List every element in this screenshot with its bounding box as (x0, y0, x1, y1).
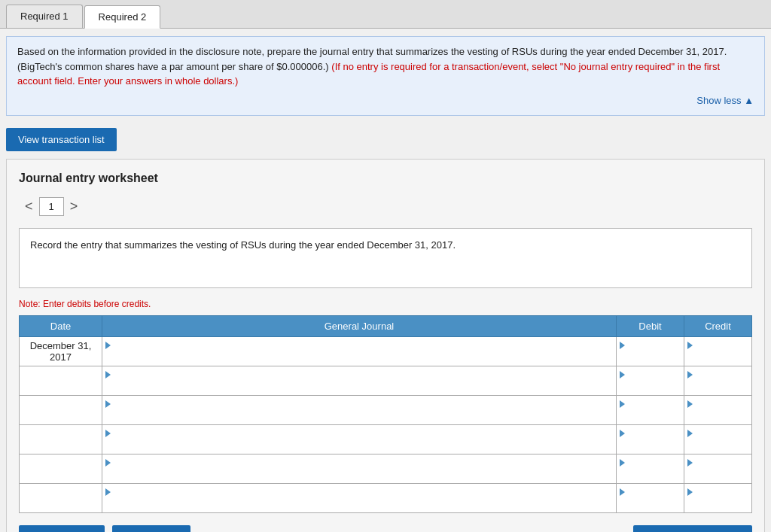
date-cell-4 (20, 425, 102, 454)
credit-input-1[interactable] (687, 350, 748, 364)
credit-cell-4[interactable] (684, 425, 752, 454)
next-page-button[interactable]: > (64, 196, 84, 217)
date-cell-6 (20, 484, 102, 513)
date-cell-2 (20, 366, 102, 396)
triangle-icon-debit-2 (620, 371, 625, 378)
triangle-icon-credit-3 (687, 400, 693, 408)
debit-input-5[interactable] (620, 467, 681, 482)
tab-required1[interactable]: Required 1 (6, 5, 83, 28)
col-header-credit: Credit (684, 316, 752, 337)
worksheet-title: Journal entry worksheet (19, 172, 752, 185)
prev-page-button[interactable]: < (19, 196, 39, 217)
triangle-icon-debit-1 (620, 342, 625, 349)
journal-input-4[interactable] (105, 438, 613, 452)
triangle-icon-4 (105, 430, 111, 437)
journal-table: Date General Journal Debit Credit Decemb… (19, 315, 752, 513)
journal-cell-3[interactable] (102, 396, 617, 425)
col-header-debit: Debit (617, 316, 684, 337)
journal-entry-worksheet: Journal entry worksheet < 1 > Record the… (6, 159, 765, 532)
bottom-buttons: Record entry Clear entry View general jo… (19, 525, 752, 532)
journal-input-6[interactable] (105, 497, 613, 511)
debit-input-3[interactable] (620, 409, 681, 423)
view-transaction-button[interactable]: View transaction list (6, 128, 117, 151)
table-row (20, 484, 752, 513)
clear-entry-button[interactable]: Clear entry (112, 525, 190, 532)
triangle-icon-credit-5 (687, 459, 693, 467)
credit-input-6[interactable] (687, 497, 748, 511)
date-cell-1: December 31,2017 (20, 337, 102, 366)
journal-input-5[interactable] (105, 467, 613, 482)
credit-cell-6[interactable] (684, 484, 752, 513)
credit-input-5[interactable] (687, 467, 748, 482)
journal-cell-4[interactable] (102, 425, 617, 454)
debit-cell-2[interactable] (617, 366, 684, 396)
credit-input-4[interactable] (687, 438, 748, 452)
page-number: 1 (39, 197, 64, 216)
credit-cell-5[interactable] (684, 454, 752, 484)
debit-cell-3[interactable] (617, 396, 684, 425)
debit-cell-6[interactable] (617, 484, 684, 513)
triangle-icon-2 (105, 371, 111, 378)
triangle-icon-3 (105, 400, 111, 408)
triangle-icon-5 (105, 459, 111, 467)
tabs-bar: Required 1 Required 2 (0, 0, 771, 29)
triangle-icon-debit-4 (620, 430, 625, 437)
record-entry-button[interactable]: Record entry (19, 525, 105, 532)
view-general-journal-button[interactable]: View general journal (633, 525, 752, 532)
credit-cell-1[interactable] (684, 337, 752, 366)
table-row (20, 396, 752, 425)
journal-cell-2[interactable] (102, 366, 617, 396)
triangle-icon-debit-6 (620, 488, 625, 496)
credit-input-2[interactable] (687, 379, 748, 394)
date-cell-5 (20, 454, 102, 484)
col-header-date: Date (20, 316, 102, 337)
table-row (20, 366, 752, 396)
table-row (20, 454, 752, 484)
triangle-icon-credit-2 (687, 371, 693, 378)
debit-cell-4[interactable] (617, 425, 684, 454)
triangle-icon-credit-6 (687, 488, 693, 496)
debit-cell-1[interactable] (617, 337, 684, 366)
col-header-journal: General Journal (102, 316, 617, 337)
triangle-icon-debit-5 (620, 459, 625, 467)
page-navigation: < 1 > (19, 196, 752, 217)
show-less-button[interactable]: Show less ▲ (17, 93, 754, 108)
debit-input-6[interactable] (620, 497, 681, 511)
journal-input-2[interactable] (105, 379, 613, 394)
info-box: Based on the information provided in the… (6, 36, 765, 116)
debit-input-2[interactable] (620, 379, 681, 394)
credit-cell-3[interactable] (684, 396, 752, 425)
journal-input-1[interactable] (105, 350, 613, 364)
journal-cell-1[interactable] (102, 337, 617, 366)
journal-input-3[interactable] (105, 409, 613, 423)
triangle-icon-credit-4 (687, 430, 693, 437)
tab-required2[interactable]: Required 2 (84, 5, 161, 29)
triangle-icon-debit-3 (620, 400, 625, 408)
credit-input-3[interactable] (687, 409, 748, 423)
debit-input-4[interactable] (620, 438, 681, 452)
journal-cell-6[interactable] (102, 484, 617, 513)
debit-cell-5[interactable] (617, 454, 684, 484)
entry-description: Record the entry that summarizes the ves… (19, 228, 752, 288)
debit-input-1[interactable] (620, 350, 681, 364)
triangle-icon-1 (105, 342, 111, 349)
journal-cell-5[interactable] (102, 454, 617, 484)
table-row (20, 425, 752, 454)
table-row: December 31,2017 (20, 337, 752, 366)
note-text: Note: Enter debits before credits. (19, 299, 752, 309)
credit-cell-2[interactable] (684, 366, 752, 396)
date-cell-3 (20, 396, 102, 425)
triangle-icon-6 (105, 488, 111, 496)
triangle-icon-credit-1 (687, 342, 693, 349)
